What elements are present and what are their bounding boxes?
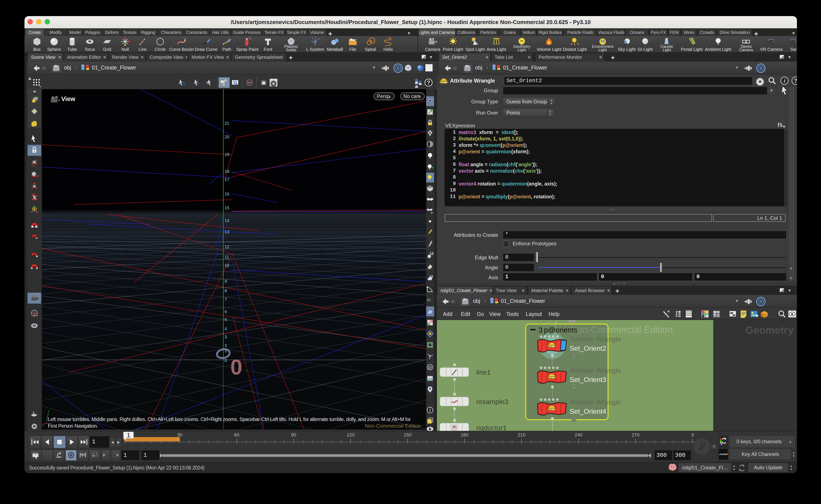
- svg-text:210: 210: [518, 432, 525, 438]
- svg-text:Set_Orient3: Set_Orient3: [569, 376, 606, 383]
- svg-text:5: 5: [225, 317, 227, 322]
- svg-text:Non-Commercial Edition: Non-Commercial Edition: [365, 423, 421, 429]
- svg-text:line1: line1: [476, 368, 491, 376]
- svg-text:240: 240: [574, 432, 582, 438]
- svg-text:11: 11: [225, 255, 229, 259]
- svg-text:13: 13: [225, 229, 229, 234]
- svg-text:Left mouse tumbles. Middle pan: Left mouse tumbles. Middle pans. Right d…: [48, 416, 411, 422]
- svg-text:Set_Orient4: Set_Orient4: [569, 407, 606, 415]
- svg-text:18: 18: [225, 169, 229, 174]
- svg-text:rigdoctor1: rigdoctor1: [476, 424, 507, 431]
- svg-text:150: 150: [404, 432, 412, 438]
- svg-text:120: 120: [347, 432, 355, 438]
- svg-text:30: 30: [177, 432, 182, 438]
- svg-text:16: 16: [225, 192, 229, 196]
- svg-text:Attribute Wrangle: Attribute Wrangle: [569, 367, 621, 374]
- svg-text:x: x: [42, 423, 44, 427]
- svg-text:8: 8: [225, 288, 227, 293]
- svg-text:0: 0: [225, 358, 227, 363]
- svg-text:21: 21: [225, 121, 229, 126]
- svg-text:y: y: [48, 409, 50, 413]
- svg-text:View: View: [61, 95, 75, 102]
- svg-text:3: 3: [691, 432, 694, 438]
- svg-text:60: 60: [234, 432, 239, 438]
- svg-text:180: 180: [461, 432, 469, 438]
- svg-text:resample3: resample3: [476, 398, 508, 406]
- svg-text:270: 270: [632, 432, 640, 438]
- svg-text:10: 10: [225, 263, 229, 268]
- svg-text:15: 15: [225, 205, 229, 210]
- svg-text:▾: ▾: [419, 95, 421, 99]
- svg-text:19: 19: [225, 152, 229, 157]
- svg-text:90: 90: [291, 432, 296, 438]
- svg-text:?: ?: [794, 77, 797, 84]
- svg-text:4: 4: [225, 326, 227, 331]
- svg-text:▾: ▾: [389, 95, 391, 99]
- svg-text:9: 9: [225, 279, 227, 284]
- svg-text:17: 17: [225, 177, 229, 182]
- svg-text:1: 1: [127, 432, 130, 439]
- svg-text:i: i: [429, 408, 431, 412]
- svg-text:0: 0: [231, 355, 243, 379]
- svg-text:20: 20: [225, 134, 229, 139]
- svg-text:6: 6: [225, 309, 227, 314]
- svg-text:Persp: Persp: [377, 94, 390, 99]
- svg-text:3 p@orients: 3 p@orients: [538, 326, 577, 334]
- svg-text:/o: /o: [426, 297, 430, 302]
- svg-text:Attribute Wrangle: Attribute Wrangle: [569, 398, 621, 406]
- svg-text:14: 14: [225, 218, 229, 223]
- svg-text:Set_Orient2: Set_Orient2: [569, 344, 606, 352]
- svg-text:2: 2: [225, 343, 227, 348]
- svg-text:Attribute Wrangle: Attribute Wrangle: [569, 335, 621, 343]
- svg-text:First Person Navigation.: First Person Navigation.: [48, 423, 98, 429]
- svg-text:3: 3: [225, 335, 227, 339]
- svg-text:No cam: No cam: [403, 94, 420, 99]
- svg-text:7: 7: [225, 297, 227, 302]
- svg-text:?: ?: [427, 79, 430, 86]
- svg-text:12: 12: [225, 244, 229, 249]
